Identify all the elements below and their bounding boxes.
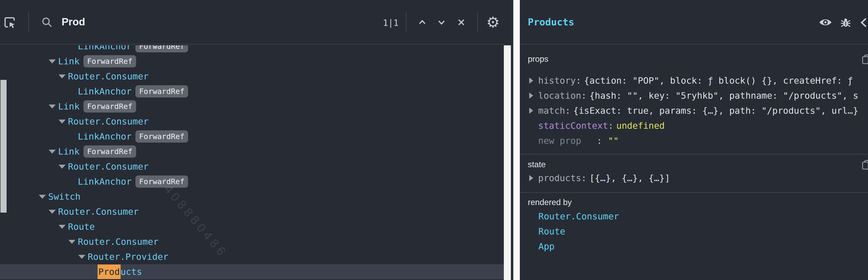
next-result-button[interactable]: [434, 0, 448, 45]
tree-row[interactable]: LinkAnchorForwardRef: [0, 129, 504, 144]
debug-log-button[interactable]: [840, 17, 851, 30]
forwardref-badge: ForwardRef: [84, 100, 136, 112]
tree-row[interactable]: LinkForwardRef: [0, 99, 504, 114]
tree-row[interactable]: Switch: [0, 189, 504, 204]
prop-value[interactable]: "": [608, 136, 619, 146]
key-value-colon: :: [608, 120, 613, 131]
rendered-by-item[interactable]: Router.Consumer: [520, 209, 868, 224]
expand-collapse-arrow-icon[interactable]: [59, 119, 66, 124]
component-name: LinkAnchor: [78, 86, 132, 97]
value-preview: {hash: "", key: "5ryhkb", pathname: "/pr…: [589, 91, 858, 101]
tree-row[interactable]: Router.Consumer: [0, 114, 504, 129]
tree-row[interactable]: Products: [0, 264, 504, 279]
component-name: Router.Consumer: [58, 207, 139, 217]
copy-props-button[interactable]: [862, 54, 868, 66]
bug-icon: [840, 17, 851, 29]
forwardref-badge: ForwardRef: [135, 130, 188, 143]
component-name: Switch: [48, 191, 81, 202]
tree-scrollbar-track[interactable]: [504, 45, 511, 280]
rendered-by-item[interactable]: Route: [520, 224, 868, 239]
inspect-element-button[interactable]: [2, 0, 17, 45]
component-name: Route: [68, 221, 95, 232]
expand-arrow-icon[interactable]: [529, 93, 538, 99]
component-name: Products: [98, 267, 142, 277]
expand-arrow-icon[interactable]: [529, 77, 538, 83]
inspector-row[interactable]: location:{hash: "", key: "5ryhkb", pathn…: [520, 88, 868, 103]
state-section: state products:[{…}, {…}, {…}]: [520, 154, 868, 192]
prop-key: staticContext: [538, 120, 608, 131]
tree-row[interactable]: LinkAnchorForwardRef: [0, 174, 504, 189]
expand-collapse-arrow-icon[interactable]: [49, 210, 56, 214]
component-name: Router.Provider: [88, 252, 168, 262]
key-value-colon: :: [576, 75, 581, 86]
component-name: Router.Consumer: [68, 116, 149, 127]
search-match-highlight: Prod: [98, 265, 121, 279]
expand-collapse-arrow-icon[interactable]: [68, 240, 75, 244]
panel-splitter[interactable]: [513, 0, 520, 280]
tree-row[interactable]: Router.Consumer: [0, 204, 504, 219]
state-section-label: state: [528, 160, 546, 169]
forwardref-badge: ForwardRef: [135, 45, 188, 53]
tree-row[interactable]: LinkForwardRef: [0, 54, 504, 69]
tree-row[interactable]: Router.Consumer: [0, 69, 504, 84]
tree-scrollbar-thumb[interactable]: [0, 80, 7, 213]
suspense-toggle-button[interactable]: [819, 17, 832, 28]
search-input[interactable]: Prod: [62, 16, 85, 28]
tree-row[interactable]: Router.Consumer: [0, 234, 504, 249]
props-section-label: props: [528, 54, 549, 63]
copy-icon: [862, 160, 868, 170]
gear-icon: ⚙: [486, 15, 500, 30]
expand-collapse-arrow-icon[interactable]: [39, 195, 46, 199]
inspector-row[interactable]: staticContext:undefined: [520, 118, 868, 133]
expand-collapse-arrow-icon[interactable]: [59, 225, 66, 229]
toolbar-divider: [28, 12, 29, 32]
toolbar-divider: [406, 12, 406, 32]
react-devtools-components-panel: Prod 1|1 ⚙ LinkAnchorForwardRefLinkForwa…: [0, 0, 868, 280]
search-result-count: 1|1: [379, 18, 402, 28]
key-value-colon: :: [565, 105, 570, 116]
tree-row[interactable]: Router.Consumer: [0, 159, 504, 174]
props-section: props history:{action: "POP", block: ƒ b…: [520, 45, 868, 154]
tree-row[interactable]: Router.Provider: [0, 249, 504, 264]
settings-button[interactable]: ⚙: [485, 0, 501, 45]
close-x-icon: [456, 17, 466, 28]
inspector-row[interactable]: new prop:"": [520, 133, 868, 148]
expand-arrow-icon[interactable]: [529, 108, 538, 114]
rendered-by-item[interactable]: App: [520, 239, 868, 254]
view-source-button[interactable]: [860, 17, 868, 29]
copy-state-button[interactable]: [862, 160, 868, 171]
forwardref-badge: ForwardRef: [84, 55, 136, 67]
rendered-by-section: rendered by Router.ConsumerRouteApp: [520, 192, 868, 280]
key-value-colon: :: [581, 91, 587, 101]
inspector-row[interactable]: history:{action: "POP", block: ƒ block()…: [520, 73, 868, 88]
inspector-row[interactable]: match:{isExact: true, params: {…}, path:…: [520, 103, 868, 118]
component-name: LinkAnchor: [78, 131, 132, 142]
expand-collapse-arrow-icon[interactable]: [78, 255, 85, 259]
search-icon-wrap: [40, 0, 54, 45]
chevron-up-icon: [417, 17, 428, 28]
forwardref-badge: ForwardRef: [135, 175, 188, 188]
component-name-rest: ucts: [121, 267, 142, 277]
prop-key: history: [538, 75, 576, 86]
component-name: Link: [58, 56, 80, 67]
tree-row[interactable]: LinkAnchorForwardRef: [0, 45, 504, 54]
inspector-row[interactable]: products:[{…}, {…}, {…}]: [520, 171, 868, 185]
tree-row[interactable]: Route: [0, 219, 504, 234]
prop-key[interactable]: new prop: [538, 136, 581, 146]
value-preview: [{…}, {…}, {…}]: [589, 173, 670, 183]
expand-collapse-arrow-icon[interactable]: [49, 105, 56, 108]
forwardref-badge: ForwardRef: [135, 85, 188, 98]
expand-collapse-arrow-icon[interactable]: [49, 150, 56, 153]
expand-collapse-arrow-icon[interactable]: [49, 60, 56, 63]
expand-collapse-arrow-icon[interactable]: [59, 165, 66, 169]
tree-row[interactable]: LinkForwardRef: [0, 144, 504, 159]
prop-key: products: [538, 173, 581, 183]
tree-row[interactable]: LinkAnchorForwardRef: [0, 84, 504, 99]
expand-arrow-icon[interactable]: [529, 175, 538, 181]
prev-result-button[interactable]: [415, 0, 429, 45]
rendered-by-label: rendered by: [528, 198, 572, 207]
expand-collapse-arrow-icon[interactable]: [59, 74, 66, 78]
clear-search-button[interactable]: [454, 0, 468, 45]
value-preview: {action: "POP", block: ƒ block() {}, cre…: [584, 75, 853, 86]
prop-key: location: [538, 91, 581, 101]
